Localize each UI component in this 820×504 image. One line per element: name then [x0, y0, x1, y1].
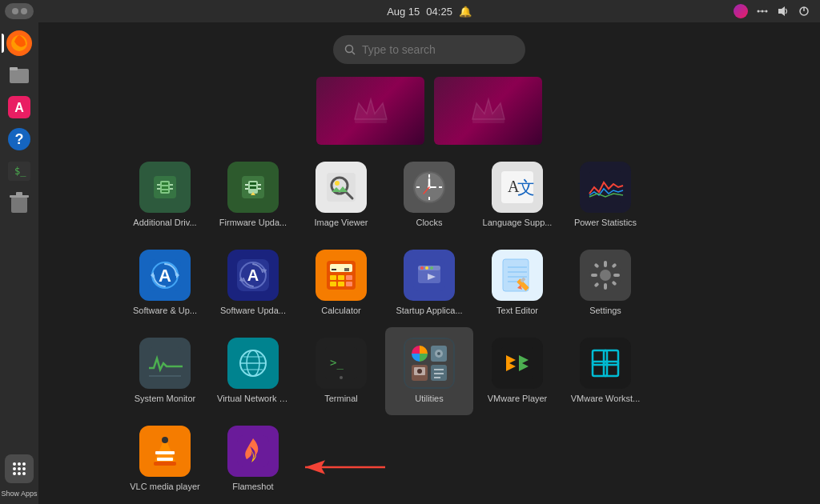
app-label-vmware-player: VMware Player — [488, 394, 548, 404]
app-label-terminal: Terminal — [324, 394, 358, 404]
app-item-vmware-player[interactable]: VMware Player — [473, 327, 561, 415]
app-item-settings[interactable]: Settings — [561, 239, 649, 327]
recent-thumb-1[interactable] — [316, 77, 424, 145]
user-avatar — [734, 4, 748, 18]
app-item-startup-applications[interactable]: Startup Applica... — [385, 239, 473, 327]
app-label-software-properties: Software & Up... — [133, 306, 197, 316]
svg-rect-108 — [604, 261, 607, 267]
app-label-utilities: Utilities — [415, 394, 443, 404]
app-icon-language-support: A 文 — [492, 162, 543, 213]
svg-point-15 — [22, 462, 26, 466]
svg-point-16 — [13, 467, 16, 470]
svg-rect-83 — [346, 275, 352, 280]
app-item-terminal[interactable]: >_ Terminal — [297, 327, 385, 415]
svg-text:?: ? — [15, 131, 24, 147]
svg-rect-47 — [245, 184, 248, 186]
svg-rect-111 — [613, 274, 620, 277]
app-icon-flameshot — [227, 426, 279, 477]
app-label-text-editor: Text Editor — [496, 306, 538, 316]
svg-rect-33 — [472, 119, 504, 123]
sidebar-item-files[interactable] — [5, 61, 34, 90]
app-item-flameshot[interactable]: Flameshot — [209, 415, 297, 503]
power-icon[interactable] — [798, 5, 810, 18]
svg-rect-151 — [155, 451, 175, 454]
search-input[interactable] — [362, 43, 514, 56]
window-controls[interactable] — [5, 3, 34, 19]
app-icon-vmware-player — [492, 338, 543, 389]
app-item-vmware-workstation[interactable]: VMware Workst... — [561, 327, 649, 415]
svg-rect-144 — [589, 347, 621, 379]
svg-rect-42 — [170, 188, 173, 190]
bell-icon[interactable]: 🔔 — [459, 6, 472, 18]
sidebar-item-trash[interactable] — [5, 189, 34, 218]
app-label-calculator: Calculator — [321, 306, 361, 316]
app-item-vlc[interactable]: VLC media player — [121, 415, 209, 503]
topbar: Aug 15 04:25 🔔 — [38, 0, 820, 22]
show-apps-button[interactable] — [5, 454, 34, 483]
topbar-date: Aug 15 — [387, 6, 420, 18]
svg-rect-48 — [245, 188, 248, 190]
app-item-language-support[interactable]: A 文 Language Supp... — [473, 151, 561, 239]
app-icon-settings — [580, 250, 631, 301]
app-icon-calculator — [316, 250, 367, 301]
svg-rect-110 — [591, 274, 597, 277]
svg-point-13 — [13, 462, 16, 466]
app-item-utilities[interactable]: Utilities — [385, 327, 473, 415]
app-icon-firmware-updater — [227, 162, 279, 213]
svg-point-30 — [346, 46, 353, 53]
svg-line-31 — [352, 52, 356, 55]
app-icon-software-updater: A — [227, 250, 279, 301]
app-item-virtual-network-editor[interactable]: Virtual Network Editor — [209, 327, 297, 415]
app-item-clocks[interactable]: Clocks — [385, 151, 473, 239]
svg-text:A: A — [159, 266, 171, 286]
app-label-firmware-updater: Firmware Upda... — [219, 218, 287, 228]
app-item-system-monitor[interactable]: System Monitor — [121, 327, 209, 415]
search-bar[interactable] — [333, 35, 525, 64]
svg-rect-82 — [338, 275, 344, 280]
svg-rect-40 — [157, 188, 160, 190]
app-item-additional-drivers[interactable]: Additional Driv... — [121, 151, 209, 239]
app-item-image-viewer[interactable]: Image Viewer — [297, 151, 385, 239]
svg-rect-36 — [162, 182, 168, 185]
svg-rect-116 — [149, 347, 181, 379]
svg-rect-12 — [16, 192, 22, 196]
recent-thumb-2[interactable] — [434, 77, 542, 145]
app-item-power-statistics[interactable]: Power Statistics — [561, 151, 649, 239]
app-icon-additional-drivers — [139, 162, 191, 213]
topbar-datetime: Aug 15 04:25 🔔 — [387, 6, 472, 18]
app-icon-vmware-workstation — [580, 338, 631, 389]
svg-point-107 — [600, 270, 611, 281]
main-content: Aug 15 04:25 🔔 — [38, 0, 820, 504]
svg-rect-50 — [258, 188, 261, 190]
app-icon-power-statistics — [580, 162, 631, 213]
sidebar-item-appcenter[interactable]: A — [5, 93, 34, 122]
app-item-software-updater[interactable]: A Software Upda... — [209, 239, 297, 327]
svg-text:文: 文 — [517, 178, 535, 198]
svg-rect-46 — [250, 186, 256, 189]
app-item-software-properties[interactable]: A Software & Up... — [121, 239, 209, 327]
app-icon-image-viewer — [316, 162, 367, 213]
svg-rect-2 — [10, 69, 29, 83]
svg-rect-81 — [330, 275, 336, 280]
crown-icon-2 — [468, 91, 508, 131]
svg-rect-41 — [170, 184, 173, 186]
svg-point-22 — [762, 10, 764, 13]
sidebar-item-firefox[interactable] — [5, 29, 34, 58]
crown-icon-1 — [351, 91, 391, 131]
svg-rect-155 — [154, 462, 176, 466]
app-label-settings: Settings — [589, 306, 621, 316]
app-item-firmware-updater[interactable]: Firmware Upda... — [209, 151, 297, 239]
svg-point-93 — [420, 266, 424, 270]
app-item-calculator[interactable]: Calculator — [297, 239, 385, 327]
app-icon-terminal: >_ — [316, 338, 367, 389]
svg-rect-39 — [157, 184, 160, 186]
app-item-text-editor[interactable]: Text Editor — [473, 239, 561, 327]
sidebar-item-help[interactable]: ? — [5, 125, 34, 154]
svg-point-23 — [758, 10, 760, 13]
svg-text:A: A — [247, 266, 259, 284]
sidebar: A ? $_ — [0, 0, 38, 504]
topbar-right — [734, 4, 810, 18]
sidebar-item-terminal[interactable]: $_ — [5, 157, 34, 186]
svg-point-153 — [162, 437, 168, 443]
app-label-language-support: Language Supp... — [483, 218, 553, 228]
